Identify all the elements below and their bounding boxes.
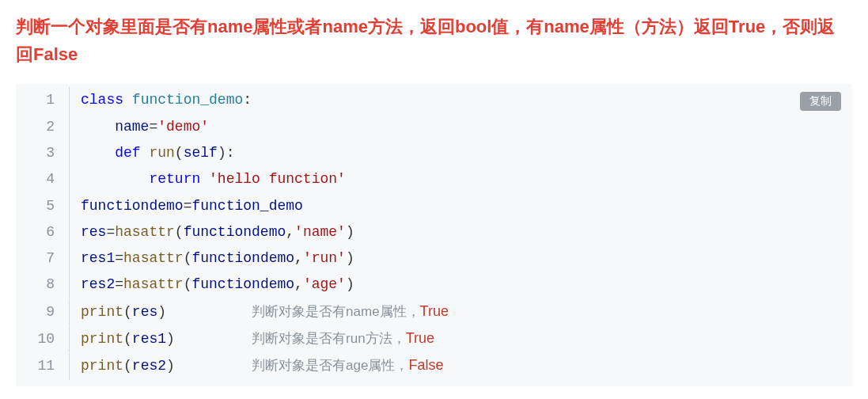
code-line: 11 print(res2) 判断对象是否有age属性，False xyxy=(16,352,852,379)
code-line: 3 def run(self): xyxy=(16,140,852,166)
code-content: res2=hasattr(functiondemo,'age') xyxy=(70,272,354,298)
code-line: 9 print(res) 判断对象是否有name属性，True xyxy=(16,298,852,325)
code-line: 2 name='demo' xyxy=(16,114,852,140)
code-content: functiondemo=function_demo xyxy=(70,193,303,219)
code-block: 复制 1 class function_demo: 2 name='demo' … xyxy=(16,84,852,386)
code-content: print(res) 判断对象是否有name属性，True xyxy=(70,298,449,325)
line-number: 8 xyxy=(16,272,70,298)
code-content: def run(self): xyxy=(70,140,235,166)
code-content: res1=hasattr(functiondemo,'run') xyxy=(70,245,354,272)
line-number: 3 xyxy=(16,140,70,166)
code-content: return 'hello function' xyxy=(70,166,346,192)
code-content: name='demo' xyxy=(70,114,209,140)
code-content: print(res1) 判断对象是否有run方法，True xyxy=(70,325,434,352)
line-number: 2 xyxy=(16,114,70,140)
code-line: 10 print(res1) 判断对象是否有run方法，True xyxy=(16,325,852,352)
code-content: print(res2) 判断对象是否有age属性，False xyxy=(70,352,443,379)
code-content: res=hasattr(functiondemo,'name') xyxy=(70,219,354,245)
line-number: 6 xyxy=(16,219,70,245)
section-heading: 判断一个对象里面是否有name属性或者name方法，返回bool值，有name属… xyxy=(16,13,852,68)
line-number: 7 xyxy=(16,245,70,272)
code-line: 6 res=hasattr(functiondemo,'name') xyxy=(16,219,852,245)
line-number: 10 xyxy=(16,326,70,352)
code-line: 4 return 'hello function' xyxy=(16,166,852,192)
line-number: 1 xyxy=(16,87,70,113)
line-number: 4 xyxy=(16,166,70,192)
line-number: 9 xyxy=(16,299,70,325)
line-number: 11 xyxy=(16,353,70,379)
line-number: 5 xyxy=(16,193,70,219)
code-line: 8 res2=hasattr(functiondemo,'age') xyxy=(16,272,852,298)
code-content: class function_demo: xyxy=(70,87,252,113)
code-line: 5 functiondemo=function_demo xyxy=(16,193,852,219)
code-line: 7 res1=hasattr(functiondemo,'run') xyxy=(16,245,852,272)
code-line: 1 class function_demo: xyxy=(16,87,852,113)
copy-button[interactable]: 复制 xyxy=(800,92,841,111)
